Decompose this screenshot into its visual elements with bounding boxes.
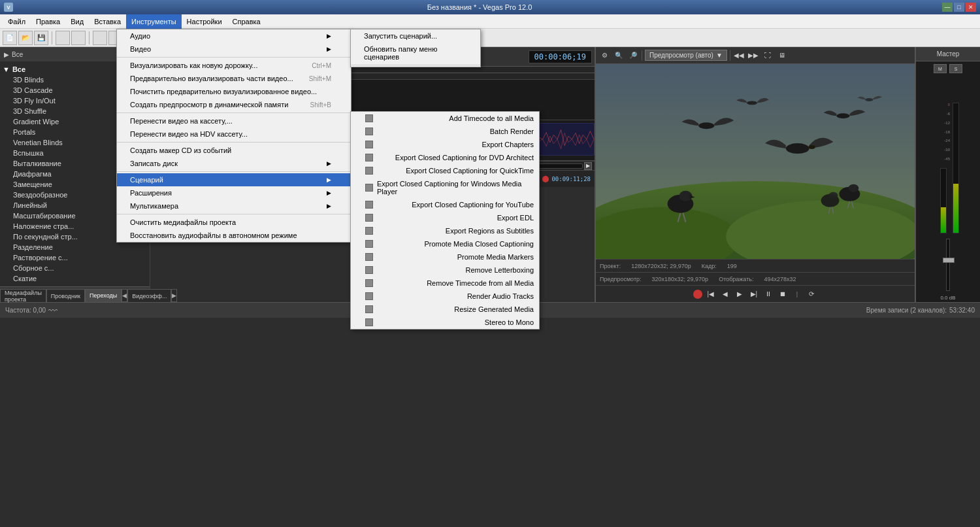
script-export-regions[interactable]: Export Regions as Subtitles [351,224,539,237]
menu-burn-disc[interactable]: Записать диск ▶ [117,157,351,170]
scenariy-submenu: Запустить сценарий... Обновить папку мен… [350,29,481,67]
script-add-timecode[interactable]: Add Timecode to all Media [351,112,539,125]
script-export-cc-qt[interactable]: Export Closed Captioning for QuickTime [351,164,539,177]
tree-item-17[interactable]: Растворение с... [0,252,150,263]
sep-1 [117,57,351,58]
menu-visualize[interactable]: Визуализировать как новую дорожку... Ctr… [117,59,351,72]
script-icon-14 [365,292,373,300]
tree-item-18[interactable]: Сборное с... [0,263,150,273]
tab-media[interactable]: Медиафайлы проекта [0,289,46,302]
menu-insert[interactable]: Вставка [89,14,126,29]
tab-transitions[interactable]: Переходы [85,289,122,302]
preview-play-back[interactable]: ◀ [719,288,731,300]
menu-refresh-folder[interactable]: Обновить папку меню сценариев [351,42,480,63]
preview-transport: |◀ ◀ ▶ ▶| ⏸ ⏹ | ⟳ [596,285,915,302]
tab-arrow-left[interactable]: ◀ [122,289,127,302]
menu-run-script[interactable]: Запустить сценарий... [351,29,480,42]
script-export-cc-wmp[interactable]: Export Closed Captioning for Windows Med… [351,177,539,198]
preview-record-btn[interactable] [693,290,702,299]
svg-point-12 [809,145,815,149]
scroll-right-btn[interactable]: ▶ [584,162,592,170]
script-icon-4 [365,154,373,162]
menu-restore-audio[interactable]: Восстановить аудиофайлы в автономном реж… [117,229,351,242]
menu-view[interactable]: Вид [65,14,89,29]
script-export-edl[interactable]: Export EDL [351,211,539,224]
script-icon-13 [365,279,373,287]
display-label: Отображать: [719,276,753,282]
arrow-icon-2: ▶ [327,46,331,52]
menu-print-video[interactable]: Перенести видео на кассету,... [117,114,351,128]
preview-pause[interactable]: ⏸ [762,288,774,300]
menu-file[interactable]: Файл [3,14,31,29]
menu-video[interactable]: Видео ▶ [117,42,351,56]
preview-ext-monitor[interactable]: 🖥 [776,50,788,61]
menu-print-hdv[interactable]: Перенести видео на HDV кассету... [117,128,351,141]
menu-clean-media[interactable]: Очистить медиафайлы проекта [117,216,351,229]
preview-zoom-in[interactable]: 🔍 [613,50,625,61]
svg-point-26 [829,192,838,199]
menu-create-cd[interactable]: Создать макер CD из событий [117,144,351,157]
script-icon-1 [365,114,373,122]
mixer-title: Мастер [916,47,980,61]
minimize-button[interactable]: — [942,3,953,12]
script-remove-timecode[interactable]: Remove Timecode from all Media [351,277,539,290]
menu-extensions[interactable]: Расширения ▶ [117,186,351,199]
preview-settings[interactable]: ⚙ [598,50,610,61]
preview-mode-label: Предпросмотр (авто) [649,52,713,59]
fader-knob[interactable] [943,258,955,263]
script-export-cc-yt[interactable]: Export Closed Captioning for YouTube [351,198,539,211]
script-promote-cc[interactable]: Promote Media Closed Captioning [351,237,539,250]
script-remove-letterbox[interactable]: Remove Letterboxing [351,264,539,277]
script-render-audio[interactable]: Render Audio Tracks [351,290,539,303]
preview-prev-frame[interactable]: ◀◀ [733,50,745,61]
menu-edit[interactable]: Правка [31,14,65,29]
script-icon-12 [365,266,373,274]
preview-stop[interactable]: ⏹ [777,288,789,300]
script-icon-15 [365,305,373,313]
preview-value: 320x180x32; 29,970p [652,276,709,282]
vu-left: 0 -6 -12 -18 -24 -30 -45 [937,103,950,233]
preview-goto-end[interactable]: ▶| [748,288,760,300]
menu-tools[interactable]: Инструменты [126,14,182,29]
menu-audio[interactable]: Аудио ▶ [117,29,351,42]
menu-clean-pre[interactable]: Почистить предварительно визуализированн… [117,85,351,98]
undo-button[interactable]: ↩ [56,31,70,45]
mixer-buttons: M S [916,61,980,76]
menu-create-preview[interactable]: Создать предпросмотр в динамической памя… [117,98,351,111]
new-button[interactable]: 📄 [3,31,17,45]
preview-play[interactable]: ▶ [734,288,745,300]
script-batch-render[interactable]: Batch Render [351,125,539,138]
script-export-cc-dvd[interactable]: Export Closed Captioning for DVD Archite… [351,151,539,164]
script-promote-markers[interactable]: Promote Media Markers [351,250,539,264]
preview-zoom-out[interactable]: 🔎 [627,50,639,61]
menu-pre-render[interactable]: Предварительно визуализировать части вид… [117,72,351,85]
mixer-solo[interactable]: S [949,64,962,73]
script-icon-9 [365,227,373,235]
cut-button[interactable]: ✂ [93,31,107,45]
redo-button[interactable]: ↪ [71,31,86,45]
vu-meters: 0 -6 -12 -18 -24 -30 -45 [916,76,980,236]
tab-explorer[interactable]: Проводник [46,289,85,302]
maximize-button[interactable]: □ [954,3,964,12]
script-export-chapters[interactable]: Export Chapters [351,138,539,151]
open-button[interactable]: 📂 [18,31,33,45]
menu-scenariy[interactable]: Сценарий ▶ [117,173,351,186]
menu-settings[interactable]: Настройки [182,14,227,29]
script-resize-media[interactable]: Resize Generated Media [351,303,539,316]
save-button[interactable]: 💾 [34,31,48,45]
menu-help[interactable]: Справка [227,14,266,29]
preview-fullscreen[interactable]: ⛶ [762,50,774,61]
preview-mode-dropdown[interactable]: Предпросмотр (авто) ▼ [645,50,727,61]
script-stereo-mono[interactable]: Stereo to Mono [351,316,539,329]
menu-multicam[interactable]: Мультикамера ▶ [117,199,351,212]
preview-loop[interactable]: ⟳ [806,288,817,300]
preview-video [596,64,915,259]
master-fader[interactable] [916,236,980,294]
preview-next-frame[interactable]: ▶▶ [747,50,759,61]
tree-item-19[interactable]: Скатие [0,273,150,284]
tree-item-16[interactable]: Разделение [0,242,150,252]
close-button[interactable]: ✕ [966,3,976,12]
master-vol-label: 0.0 dB [916,294,980,302]
preview-goto-start[interactable]: |◀ [705,288,717,300]
mixer-mute[interactable]: M [934,64,947,73]
